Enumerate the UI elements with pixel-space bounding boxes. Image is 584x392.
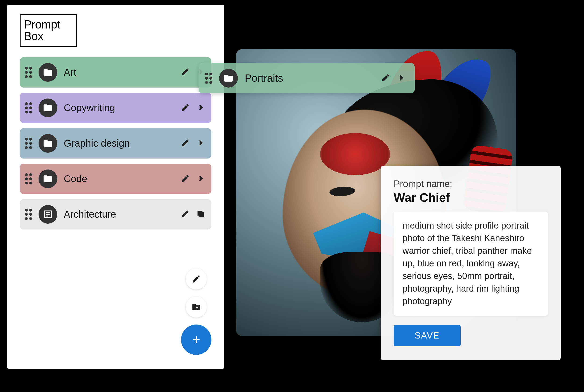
folder-row-art[interactable]: Art — [20, 57, 211, 88]
prompt-body-text[interactable]: medium shot side profile portrait photo … — [394, 212, 548, 316]
sidebar-panel: Prompt Box Art Copywriting — [7, 5, 224, 369]
drag-handle-icon[interactable] — [25, 67, 32, 78]
folder-row-code[interactable]: Code — [20, 164, 211, 194]
folder-icon — [39, 134, 57, 153]
fab-column — [181, 268, 211, 355]
subfolder-row-portraits[interactable]: Portraits — [199, 63, 415, 94]
folder-row-architecture[interactable]: Architecture — [20, 199, 211, 230]
chevron-right-icon[interactable] — [196, 103, 205, 112]
edit-icon[interactable] — [181, 139, 189, 148]
app-logo: Prompt Box — [20, 14, 77, 47]
save-button[interactable]: SAVE — [394, 325, 461, 346]
svg-rect-1 — [198, 211, 202, 215]
add-fab[interactable] — [181, 324, 211, 355]
folder-icon — [219, 69, 238, 88]
chevron-right-icon[interactable] — [196, 174, 205, 184]
drag-handle-icon[interactable] — [25, 138, 32, 149]
edit-icon[interactable] — [181, 174, 189, 184]
folder-row-graphic-design[interactable]: Graphic design — [20, 128, 211, 158]
copy-icon[interactable] — [196, 210, 205, 219]
edit-icon[interactable] — [381, 74, 390, 83]
drag-handle-icon[interactable] — [205, 72, 212, 84]
edit-icon[interactable] — [181, 210, 189, 219]
folder-label: Copywriting — [64, 102, 175, 114]
folder-icon — [39, 170, 57, 188]
folder-row-copywriting[interactable]: Copywriting — [20, 93, 211, 123]
chevron-right-icon[interactable] — [397, 74, 405, 83]
folder-label: Code — [64, 173, 175, 184]
logo-line-2: Box — [24, 30, 76, 42]
folder-icon — [39, 63, 57, 82]
edit-icon[interactable] — [181, 103, 189, 112]
drag-handle-icon[interactable] — [25, 209, 32, 220]
logo-line-1: Prompt — [24, 19, 76, 30]
prompt-name-value: War Chief — [394, 190, 548, 204]
prompt-name-label: Prompt name: — [394, 178, 548, 189]
chevron-right-icon[interactable] — [196, 139, 205, 148]
drag-handle-icon[interactable] — [25, 173, 32, 184]
folder-list: Art Copywriting Graphic design — [20, 57, 211, 230]
folder-label: Art — [64, 67, 175, 78]
edit-fab[interactable] — [186, 268, 207, 290]
note-icon — [39, 205, 57, 224]
edit-icon[interactable] — [181, 68, 189, 77]
folder-label: Architecture — [64, 209, 175, 220]
drag-handle-icon[interactable] — [25, 102, 32, 114]
subfolder-label: Portraits — [245, 72, 374, 84]
prompt-card: Prompt name: War Chief medium shot side … — [381, 166, 561, 360]
folder-label: Graphic design — [64, 138, 175, 149]
folder-icon — [39, 98, 57, 117]
new-folder-fab[interactable] — [186, 296, 207, 318]
